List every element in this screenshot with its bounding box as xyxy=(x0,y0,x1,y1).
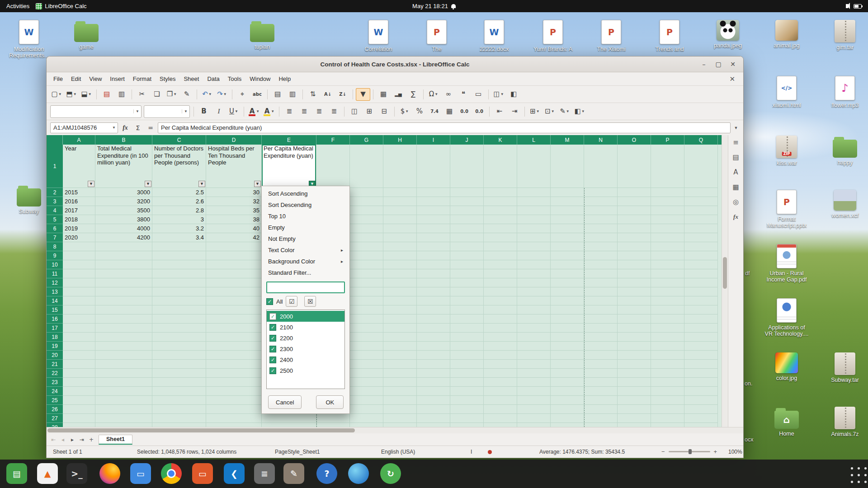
cell-O6[interactable] xyxy=(618,224,651,233)
cell-O1[interactable] xyxy=(618,145,651,188)
row-header-8[interactable]: 8 xyxy=(47,242,63,251)
cell-I11[interactable] xyxy=(417,269,450,278)
cell-C27[interactable] xyxy=(152,414,206,423)
row-header-11[interactable]: 11 xyxy=(47,269,63,278)
justified-button[interactable]: ≣ xyxy=(327,105,341,118)
dropdown-arrow-icon[interactable]: ▼ xyxy=(208,92,212,96)
cell-D17[interactable] xyxy=(206,324,262,333)
insert-comment-button[interactable]: ❝ xyxy=(456,88,471,101)
cell-L22[interactable] xyxy=(517,369,551,378)
cell-K7[interactable] xyxy=(484,233,517,242)
dock-files[interactable]: ▭ xyxy=(130,463,151,484)
row-header-27[interactable]: 27 xyxy=(47,414,63,423)
cell-G10[interactable] xyxy=(350,260,383,269)
dropdown-arrow-icon[interactable]: ▼ xyxy=(405,109,409,113)
cell-K25[interactable] xyxy=(484,396,517,405)
close-button[interactable]: ✕ xyxy=(728,59,738,69)
cell-L10[interactable] xyxy=(517,260,551,269)
cell-G23[interactable] xyxy=(350,378,383,387)
cell-J25[interactable] xyxy=(450,396,484,405)
increase-indent-button[interactable]: ⇥ xyxy=(507,105,522,118)
sort-button[interactable]: ⇅ xyxy=(306,88,320,101)
cell-C10[interactable] xyxy=(152,260,206,269)
dropdown-arrow-icon[interactable]: ▼ xyxy=(271,109,274,113)
cell-N24[interactable] xyxy=(584,387,618,396)
cell-H10[interactable] xyxy=(383,260,417,269)
cell-A7[interactable]: 2020 xyxy=(63,233,95,242)
cell-J6[interactable] xyxy=(450,224,484,233)
cell-C14[interactable] xyxy=(152,296,206,305)
cell-C24[interactable] xyxy=(152,387,206,396)
cell-O13[interactable] xyxy=(618,287,651,296)
column-header-D[interactable]: D xyxy=(206,135,262,145)
cell-Q6[interactable] xyxy=(684,224,718,233)
unmerge-cells-button[interactable]: ⊟ xyxy=(377,105,392,118)
expand-formula-bar-icon[interactable]: ▼ xyxy=(732,126,740,130)
cell-N15[interactable] xyxy=(584,305,618,314)
cell-D7[interactable]: 42 xyxy=(206,233,262,242)
cell-G17[interactable] xyxy=(350,324,383,333)
first-sheet-button[interactable]: ⇤ xyxy=(49,436,57,443)
cell-I23[interactable] xyxy=(417,378,450,387)
cell-B27[interactable] xyxy=(95,414,152,423)
cell-N10[interactable] xyxy=(584,260,618,269)
cell-P21[interactable] xyxy=(651,360,684,369)
cell-C20[interactable] xyxy=(152,351,206,360)
cell-Q20[interactable] xyxy=(684,351,718,360)
cell-A3[interactable]: 2016 xyxy=(63,197,95,206)
sum-button[interactable]: Σ xyxy=(132,122,143,133)
cell-L2[interactable] xyxy=(517,188,551,197)
cell-K22[interactable] xyxy=(484,369,517,378)
filter-menu-not-empty[interactable]: Not Empty xyxy=(262,233,349,244)
cell-I15[interactable] xyxy=(417,305,450,314)
cell-P13[interactable] xyxy=(651,287,684,296)
cell-I14[interactable] xyxy=(417,296,450,305)
cell-H18[interactable] xyxy=(383,333,417,342)
cell-A13[interactable] xyxy=(63,287,95,296)
cell-K8[interactable] xyxy=(484,242,517,251)
headers-footers-button[interactable]: ▭ xyxy=(471,88,486,101)
cell-B26[interactable] xyxy=(95,405,152,414)
cell-L23[interactable] xyxy=(517,378,551,387)
dropdown-arrow-icon[interactable]: ▼ xyxy=(58,92,62,96)
checkbox-icon[interactable]: ✓ xyxy=(269,335,276,342)
align-center-button[interactable]: ≣ xyxy=(297,105,311,118)
cell-K21[interactable] xyxy=(484,360,517,369)
cell-B23[interactable] xyxy=(95,378,152,387)
cell-O5[interactable] xyxy=(618,215,651,224)
cell-P14[interactable] xyxy=(651,296,684,305)
cell-G1[interactable] xyxy=(350,145,383,188)
autofilter-button-D1[interactable]: ▼ xyxy=(254,181,261,187)
cell-A25[interactable] xyxy=(63,396,95,405)
gallery-icon[interactable]: ▦ xyxy=(731,182,741,192)
cell-A18[interactable] xyxy=(63,333,95,342)
cell-C26[interactable] xyxy=(152,405,206,414)
row-header-13[interactable]: 13 xyxy=(47,287,63,296)
date-format-button[interactable]: ▦ xyxy=(442,105,457,118)
minimize-button[interactable]: – xyxy=(699,59,709,69)
equals-button[interactable]: = xyxy=(145,122,156,133)
insert-row-button[interactable]: ▤ xyxy=(270,88,285,101)
paste-button[interactable]: ❐▼ xyxy=(165,88,179,101)
dock-vlc[interactable]: ▲ xyxy=(37,463,58,484)
cell-H8[interactable] xyxy=(383,242,417,251)
cell-D6[interactable]: 40 xyxy=(206,224,262,233)
cell-D21[interactable] xyxy=(206,360,262,369)
cell-C5[interactable]: 3 xyxy=(152,215,206,224)
cell-P25[interactable] xyxy=(651,396,684,405)
cell-Q25[interactable] xyxy=(684,396,718,405)
cell-N28[interactable] xyxy=(584,423,618,427)
cell-F27[interactable] xyxy=(316,414,350,423)
cell-P26[interactable] xyxy=(651,405,684,414)
cell-C16[interactable] xyxy=(152,314,206,324)
dropdown-arrow-icon[interactable]: ▼ xyxy=(256,109,259,113)
find-replace-button[interactable]: ⌖ xyxy=(235,88,250,101)
cell-L14[interactable] xyxy=(517,296,551,305)
cell-Q10[interactable] xyxy=(684,260,718,269)
cell-H11[interactable] xyxy=(383,269,417,278)
delete-decimal-button[interactable]: 0.0 xyxy=(472,105,486,118)
cell-L8[interactable] xyxy=(517,242,551,251)
cell-D28[interactable] xyxy=(206,423,262,427)
cell-L6[interactable] xyxy=(517,224,551,233)
cell-K6[interactable] xyxy=(484,224,517,233)
